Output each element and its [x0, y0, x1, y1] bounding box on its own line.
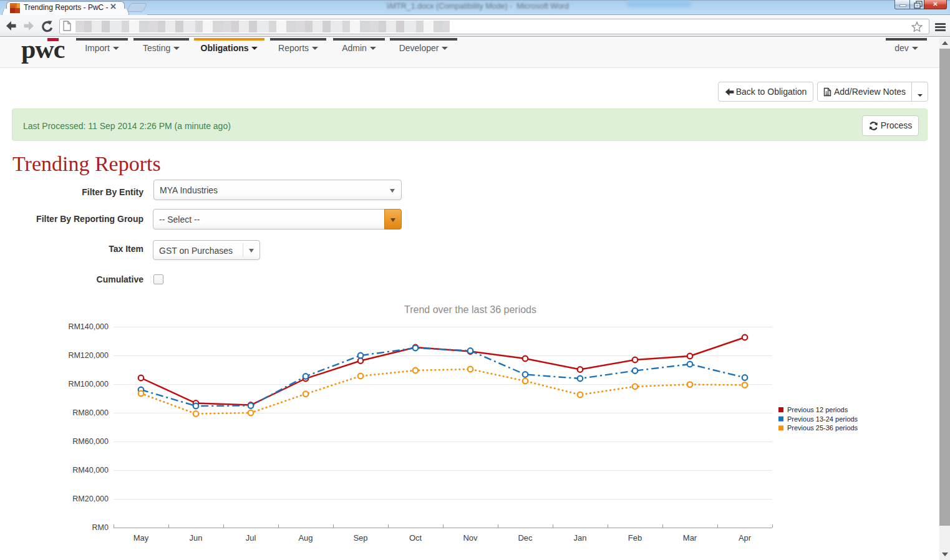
svg-text:RM120,000: RM120,000 — [68, 351, 109, 360]
svg-text:RM140,000: RM140,000 — [68, 322, 109, 331]
svg-text:RM60,000: RM60,000 — [72, 437, 109, 446]
svg-text:Jun: Jun — [190, 533, 203, 543]
svg-text:Trend over the last 36 periods: Trend over the last 36 periods — [404, 304, 536, 315]
svg-text:Feb: Feb — [628, 533, 642, 543]
svg-text:Nov: Nov — [463, 533, 478, 543]
svg-text:Previous 12 periods: Previous 12 periods — [787, 406, 848, 413]
svg-text:Jul: Jul — [246, 533, 256, 543]
svg-text:Mar: Mar — [683, 533, 697, 543]
svg-text:Previous 25-36 periods: Previous 25-36 periods — [787, 424, 858, 432]
svg-text:RM100,000: RM100,000 — [68, 380, 109, 389]
svg-text:RM20,000: RM20,000 — [72, 495, 109, 503]
svg-text:Apr: Apr — [739, 533, 752, 543]
svg-text:Oct: Oct — [409, 533, 422, 543]
svg-text:Previous 13-24 periods: Previous 13-24 periods — [787, 415, 858, 423]
svg-text:RM0: RM0 — [92, 523, 109, 532]
svg-text:Jan: Jan — [574, 533, 587, 543]
svg-text:May: May — [133, 533, 149, 543]
svg-text:Aug: Aug — [298, 533, 313, 543]
svg-text:Sep: Sep — [353, 533, 367, 543]
svg-text:RM80,000: RM80,000 — [72, 408, 109, 417]
svg-text:RM40,000: RM40,000 — [72, 466, 109, 475]
svg-text:Dec: Dec — [518, 533, 533, 543]
